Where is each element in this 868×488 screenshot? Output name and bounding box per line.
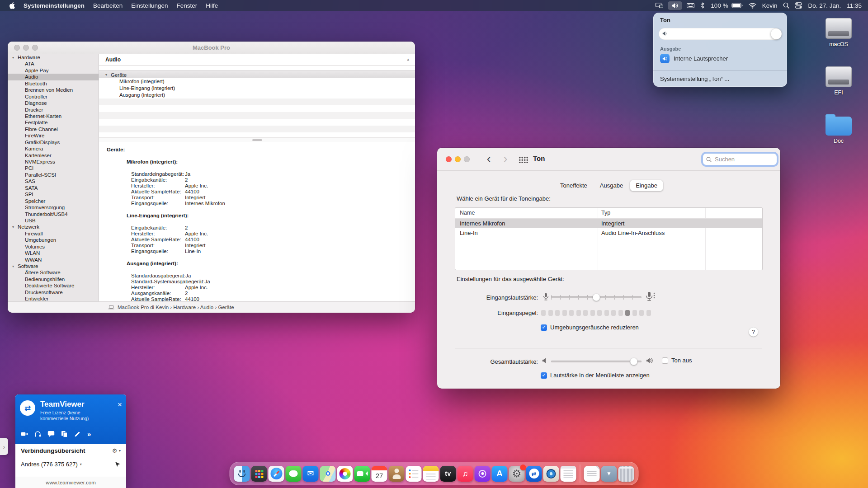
minimize-button[interactable]	[455, 156, 461, 162]
dock-item-facetime[interactable]	[354, 466, 370, 482]
volume-menu-icon[interactable]	[668, 1, 682, 10]
sidebar-item-speicher[interactable]: Speicher	[8, 198, 99, 204]
wifi-icon[interactable]	[749, 3, 756, 9]
headset-icon[interactable]	[34, 431, 41, 437]
sidebar-item-ethernet-karten[interactable]: Ethernet-Karten	[8, 113, 99, 119]
sidebar-item-deaktivierte-software[interactable]: Deaktivierte Software	[8, 282, 99, 289]
device-tree-row[interactable]: Mikrofon (integriert)	[99, 78, 415, 85]
sidebar-item-bedienungshilfen[interactable]: Bedienungshilfen	[8, 276, 99, 282]
close-icon[interactable]: ×	[118, 401, 122, 408]
dock-item-trash[interactable]	[618, 466, 634, 482]
dock-item-reminders[interactable]	[406, 466, 422, 482]
dock-item-contacts[interactable]	[389, 466, 405, 482]
dock-item-photos[interactable]	[337, 466, 353, 482]
battery-icon[interactable]	[731, 3, 743, 8]
teamviewer-edge-tab[interactable]: ›	[0, 438, 8, 455]
connection-item[interactable]: Andres (776 375 627) ▾	[15, 457, 126, 471]
sidebar-item-controller[interactable]: Controller	[8, 94, 99, 100]
window-titlebar[interactable]: ‹ › Ton	[437, 148, 780, 171]
spotlight-icon[interactable]	[783, 2, 789, 9]
dock-item-photo-booth[interactable]	[543, 466, 559, 482]
tab-ausgabe[interactable]: Ausgabe	[594, 180, 629, 191]
collapse-chevron-icon[interactable]: ▴	[407, 57, 409, 61]
dock-item-safari[interactable]	[269, 466, 284, 482]
sidebar-item-audio[interactable]: Audio	[8, 74, 99, 80]
mute-checkbox[interactable]	[662, 357, 668, 364]
sidebar-item-drucker[interactable]: Drucker	[8, 107, 99, 113]
bluetooth-icon[interactable]	[700, 2, 705, 9]
screen-mirroring-icon[interactable]	[656, 3, 663, 8]
sidebar-item-sata[interactable]: SATA	[8, 185, 99, 191]
column-header-name[interactable]: Name	[460, 210, 475, 216]
sidebar-section-hardware[interactable]: ▾Hardware	[8, 54, 99, 61]
device-tree-row[interactable]: Line-Eingang (integriert)	[99, 85, 415, 92]
sidebar-item-fibre-channel[interactable]: Fibre-Channel	[8, 126, 99, 132]
sidebar-item-nvmexpress[interactable]: NVMExpress	[8, 159, 99, 165]
desktop-icon-doc[interactable]: Doc	[826, 115, 852, 144]
sidebar-item-bluetooth[interactable]: Bluetooth	[8, 80, 99, 87]
back-button[interactable]: ‹	[483, 151, 495, 166]
sidebar-item-druckersoftware[interactable]: Druckersoftware	[8, 289, 99, 296]
user-menu[interactable]: Kevin	[762, 2, 778, 9]
menu-date[interactable]: Do. 27. Jan.	[808, 2, 841, 9]
sidebar-item-sas[interactable]: SAS	[8, 178, 99, 184]
dock-item-documents-stack[interactable]	[584, 466, 600, 482]
sidebar-item-kamera[interactable]: Kamera	[8, 145, 99, 152]
menubar-volume-checkbox[interactable]	[541, 372, 547, 379]
splitter-grip[interactable]	[252, 139, 262, 141]
dock-item-tv[interactable]	[440, 466, 456, 482]
input-volume-slider[interactable]	[551, 294, 642, 301]
search-input[interactable]	[714, 155, 770, 163]
dock-item-app-store[interactable]	[492, 466, 508, 482]
sidebar-item-stromversorgung[interactable]: Stromversorgung	[8, 204, 99, 211]
sidebar-item-entwickler[interactable]: Entwickler	[8, 296, 99, 302]
output-volume-slider[interactable]	[551, 358, 642, 365]
sidebar-item-usb[interactable]: USB	[8, 217, 99, 224]
table-row[interactable]: Internes MikrofonIntegriert	[455, 219, 762, 228]
apple-menu-icon[interactable]	[9, 2, 15, 9]
show-all-grid-icon[interactable]	[519, 156, 528, 163]
ambient-noise-checkbox[interactable]	[541, 324, 547, 331]
video-icon[interactable]	[21, 431, 28, 437]
sidebar-item-festplatte[interactable]: Festplatte	[8, 119, 99, 126]
sidebar-item-ältere-software[interactable]: Ältere Software	[8, 269, 99, 276]
sidebar-section-software[interactable]: ▾Software	[8, 263, 99, 269]
input-volume-knob[interactable]	[593, 294, 600, 301]
menu-einstellungen[interactable]: Einstellungen	[131, 2, 168, 9]
output-volume-knob[interactable]	[630, 358, 637, 365]
dock-item-textedit[interactable]	[561, 466, 576, 482]
sidebar-item-umgebungen[interactable]: Umgebungen	[8, 237, 99, 243]
sidebar-item-thunderbolt-usb4[interactable]: Thunderbolt/USB4	[8, 211, 99, 217]
dock-item-music[interactable]	[458, 466, 473, 482]
sidebar-item-firewall[interactable]: Firewall	[8, 230, 99, 237]
sidebar-item-wwan[interactable]: WWAN	[8, 257, 99, 263]
device-tree-row[interactable]: Ausgang (integriert)	[99, 92, 415, 99]
sidebar-item-pci[interactable]: PCI	[8, 165, 99, 171]
menu-hilfe[interactable]: Hilfe	[206, 2, 218, 9]
sidebar-item-diagnose[interactable]: Diagnose	[8, 100, 99, 106]
tab-toneffekte[interactable]: Toneffekte	[554, 180, 593, 191]
sidebar-item-wlan[interactable]: WLAN	[8, 250, 99, 256]
teamviewer-website-link[interactable]: www.teamviewer.com	[15, 477, 126, 488]
keyboard-icon[interactable]	[687, 3, 694, 8]
sidebar-item-grafik-displays[interactable]: Grafik/Displays	[8, 139, 99, 145]
annotate-pen-icon[interactable]	[74, 431, 81, 437]
sound-settings-link[interactable]: Systemeinstellung „Ton“ ...	[660, 75, 729, 82]
dock-item-system-preferences[interactable]	[509, 466, 525, 482]
column-header-typ[interactable]: Typ	[601, 210, 610, 216]
menu-systemeinstellungen[interactable]: Systemeinstellungen	[24, 2, 85, 9]
dock-item-podcasts[interactable]	[475, 466, 491, 482]
sidebar-item-spi[interactable]: SPI	[8, 191, 99, 197]
sidebar-section-netzwerk[interactable]: ▾Netzwerk	[8, 224, 99, 230]
zoom-button[interactable]	[464, 156, 470, 162]
chat-icon[interactable]	[47, 431, 55, 437]
dock-item-notes[interactable]	[423, 466, 439, 482]
window-titlebar[interactable]: MacBook Pro	[8, 42, 415, 54]
help-button[interactable]: ?	[749, 327, 758, 337]
close-button[interactable]	[446, 156, 452, 162]
dock-item-teamviewer[interactable]	[526, 466, 542, 482]
table-row[interactable]: Line-InAudio Line-In-Anschluss	[455, 228, 762, 238]
copy-files-icon[interactable]	[61, 431, 68, 437]
connection-overview-row[interactable]: Verbindungsübersicht ⚙ ▾	[15, 444, 126, 457]
tab-eingabe[interactable]: Eingabe	[630, 180, 663, 191]
